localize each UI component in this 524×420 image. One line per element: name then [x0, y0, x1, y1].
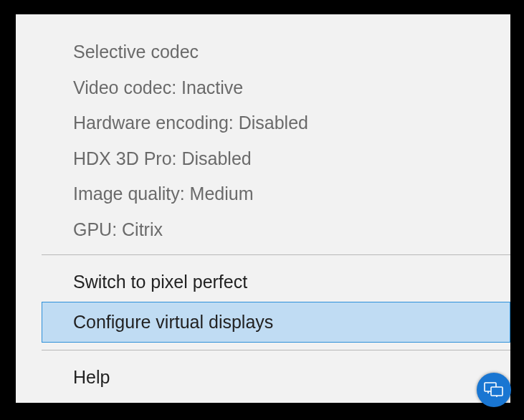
menu-item-pixel-perfect[interactable]: Switch to pixel perfect [42, 262, 510, 302]
menu-separator [42, 254, 510, 255]
hdx-tray-icon[interactable] [477, 373, 511, 407]
menu-left-margin [16, 14, 42, 403]
monitors-icon [484, 382, 504, 398]
info-hardware-encoding: Hardware encoding: Disabled [42, 105, 510, 141]
svg-rect-1 [491, 387, 502, 396]
info-gpu: GPU: Citrix [42, 212, 510, 248]
menu-content: Selective codec Video codec: Inactive Ha… [42, 14, 510, 403]
info-video-codec: Video codec: Inactive [42, 70, 510, 106]
info-selective-codec: Selective codec [42, 34, 510, 70]
menu-separator [42, 350, 510, 350]
menu-item-help[interactable]: Help [42, 358, 510, 397]
context-menu-panel: Selective codec Video codec: Inactive Ha… [16, 14, 510, 403]
menu-item-configure-virtual-displays[interactable]: Configure virtual displays [42, 302, 510, 343]
info-image-quality: Image quality: Medium [42, 176, 510, 212]
info-hdx-3d-pro: HDX 3D Pro: Disabled [42, 141, 510, 177]
